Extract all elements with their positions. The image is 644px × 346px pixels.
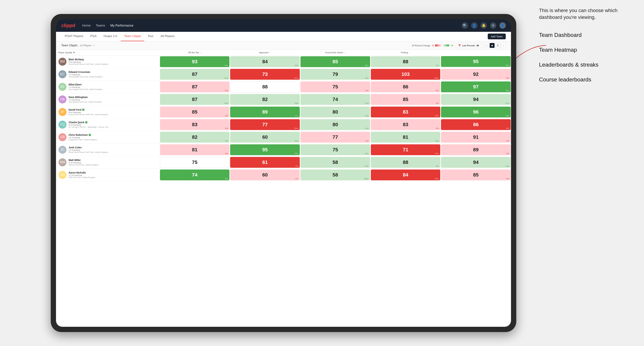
- list-view-button[interactable]: ☰: [495, 43, 500, 48]
- col-header-putting[interactable]: Putting ―: [370, 50, 441, 55]
- player-club: Sunningdale Golf Club, United Kingdom: [68, 88, 157, 90]
- table-row[interactable]: MM Matt Miller 6-10 Handicap Woburn Golf…: [56, 156, 511, 169]
- metric-inner: 58 +4: [300, 157, 370, 168]
- metric-cell: 97 +5: [441, 81, 511, 93]
- bell-icon[interactable]: 🔔: [480, 22, 487, 29]
- nav-my-performance[interactable]: My Performance: [110, 23, 133, 28]
- player-info-cell: JC Josh Coles 1-5 Handicap Royal North D…: [56, 144, 160, 156]
- table-row[interactable]: DF David Ford ✓ Plus Handicap Royal Nort…: [56, 106, 511, 118]
- metric-value: 80: [332, 110, 338, 114]
- table-row[interactable]: EC Edward Crossman 1-5 Handicap Sunningd…: [56, 68, 511, 81]
- table-row[interactable]: JC Josh Coles 1-5 Handicap Royal North D…: [56, 144, 511, 156]
- subnav-pga[interactable]: PGA: [87, 32, 100, 41]
- table-row[interactable]: CR Chris Robertson ✓ 1-5 Handicap Craigm…: [56, 131, 511, 144]
- last-rounds-button[interactable]: 📅 Last Rounds: 20: [456, 43, 481, 48]
- profile-icon[interactable]: 👤: [471, 22, 478, 29]
- col-header-off-tee[interactable]: Off the Tee ―: [160, 50, 230, 55]
- col-header-player[interactable]: Player Quality ▼: [56, 50, 160, 55]
- table-row[interactable]: CQ Charlie Quick ✓ 6-10 Handicap St. Geo…: [56, 118, 511, 131]
- edit-team-icon[interactable]: ✎: [93, 44, 95, 47]
- download-button[interactable]: ↓: [501, 43, 506, 48]
- metric-cell: 60 +2: [230, 131, 300, 144]
- metric-cell: 84 +6: [230, 55, 300, 68]
- subnav-all-players[interactable]: All Players: [157, 32, 178, 41]
- metric-change: -3: [365, 89, 369, 92]
- table-scroll[interactable]: Player Quality ▼ Off the Tee ― Approach …: [56, 50, 511, 327]
- player-name: David Ford ✓: [68, 108, 157, 111]
- metric-inner: 83 -10: [371, 107, 440, 117]
- metric-cell: 77 -14: [230, 118, 300, 131]
- annotation-intro-text: This is where you can choose which dashb…: [539, 7, 640, 21]
- metric-inner: 88 -1: [371, 56, 440, 67]
- player-name: Elliot Ebert: [68, 83, 157, 86]
- add-team-button[interactable]: Add Team: [488, 33, 506, 39]
- table-row[interactable]: AN Aaron Nicholls 11-15 Handicap Drift G…: [56, 169, 511, 181]
- metric-value: 86: [473, 122, 478, 127]
- player-handicap: 6-10 Handicap: [68, 162, 157, 164]
- metric-inner: 79 +9: [300, 69, 370, 80]
- annotation-item-1: Team Dashboard: [539, 31, 640, 39]
- metric-value: 80: [332, 122, 338, 127]
- player-avatar: BM: [58, 58, 66, 66]
- metric-cell: 93 +4: [160, 55, 230, 68]
- metric-change: +3: [506, 115, 509, 117]
- settings-icon[interactable]: ⚙: [490, 22, 496, 29]
- metric-change: -3: [365, 140, 369, 142]
- subnav-pgat[interactable]: PGAT Players: [61, 32, 87, 41]
- metric-value: 77: [332, 135, 338, 140]
- player-details: Dave Billingham 1-5 Handicap Gog Magog G…: [68, 96, 157, 103]
- player-avatar: CR: [58, 133, 66, 141]
- nav-teams[interactable]: Teams: [96, 23, 105, 28]
- metric-inner: 94 +3: [441, 157, 511, 168]
- metric-value: 94: [473, 97, 478, 102]
- subnav-hcaps[interactable]: Hcaps 1-5: [100, 32, 120, 41]
- metric-value: 83: [192, 122, 198, 127]
- metric-cell: 82 +4: [230, 93, 300, 106]
- metric-inner: 81 -3: [160, 144, 230, 155]
- player-handicap: Plus Handicap: [68, 61, 157, 63]
- metric-cell: 85 -3: [370, 93, 441, 106]
- player-info: MM Matt Miller 6-10 Handicap Woburn Golf…: [56, 157, 159, 168]
- round-change-label: 20 Round Change: [412, 44, 430, 47]
- nav-home[interactable]: Home: [82, 23, 90, 28]
- player-handicap: 1-5 Handicap: [68, 74, 157, 76]
- metric-value: 103: [402, 72, 410, 77]
- subnav-team-clippd[interactable]: Team Clippd: [121, 32, 144, 41]
- metric-inner: 81 +4: [371, 132, 440, 143]
- search-icon[interactable]: 🔍: [462, 22, 468, 29]
- annotation-item-2: Team Heatmap: [539, 46, 640, 54]
- metric-cell: 74 -8: [160, 169, 230, 181]
- annotation-area: This is where you can choose which dashb…: [539, 7, 640, 91]
- metric-change: -11: [294, 77, 298, 79]
- metric-cell: 103 +15: [370, 68, 441, 81]
- col-header-approach[interactable]: Approach ―: [230, 50, 300, 55]
- metric-value: 91: [473, 135, 478, 140]
- metric-inner: 82 -3: [160, 132, 230, 143]
- metric-inner: 88: [230, 81, 300, 92]
- table-row[interactable]: EE Elliot Ebert 1-5 Handicap Sunningdale…: [56, 81, 511, 93]
- metric-cell: 61 -3: [230, 156, 300, 169]
- subnav-right: Add Team: [488, 33, 506, 39]
- metric-value: 73: [262, 72, 268, 77]
- metric-inner: 85 -3: [160, 107, 230, 117]
- player-avatar: EC: [58, 70, 66, 78]
- metric-value: 82: [262, 97, 268, 102]
- metric-change: -3: [506, 77, 509, 79]
- metric-value: 77: [262, 122, 268, 127]
- table-row[interactable]: DB Dave Billingham 1-5 Handicap Gog Mago…: [56, 93, 511, 106]
- metric-value: 58: [332, 160, 338, 165]
- metric-cell: 81 -3: [160, 144, 230, 156]
- team-name: Team Clippd: [61, 44, 77, 47]
- grid-view-button[interactable]: □: [484, 43, 489, 48]
- user-avatar[interactable]: 👤: [500, 22, 506, 29]
- subnav-tour[interactable]: Tour: [144, 32, 157, 41]
- metric-cell: 88 -1: [370, 55, 441, 68]
- player-info: AN Aaron Nicholls 11-15 Handicap Drift G…: [56, 170, 159, 180]
- col-header-around-green[interactable]: Around the Green ―: [300, 50, 370, 55]
- player-club: Drift Golf Club, United Kingdom: [68, 176, 157, 178]
- player-table: Player Quality ▼ Off the Tee ― Approach …: [56, 50, 511, 181]
- player-avatar: DB: [58, 95, 66, 103]
- heatmap-view-button[interactable]: ■: [490, 43, 494, 48]
- player-info: EC Edward Crossman 1-5 Handicap Sunningd…: [56, 69, 159, 79]
- table-row[interactable]: BM Blair McHarg Plus Handicap Royal Nort…: [56, 55, 511, 68]
